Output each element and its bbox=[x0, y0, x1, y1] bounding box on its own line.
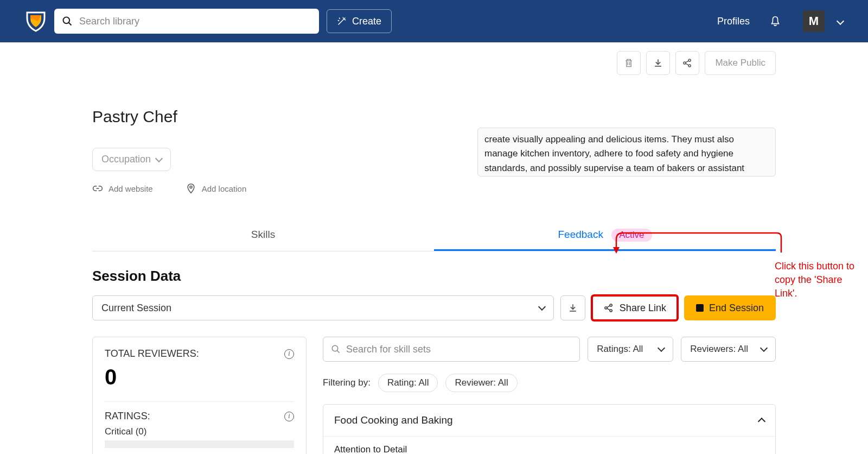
svg-point-7 bbox=[190, 186, 192, 188]
reviewers-filter-label: Reviewers: All bbox=[690, 344, 748, 355]
skillset-group: Food Cooking and Baking Attention to Det… bbox=[323, 404, 776, 454]
download-button[interactable] bbox=[646, 51, 670, 75]
annotation-text: Click this button to copy the 'Share Lin… bbox=[775, 260, 856, 301]
tab-feedback-label: Feedback bbox=[558, 229, 603, 240]
skillset-search-input[interactable] bbox=[346, 344, 572, 355]
share-icon bbox=[682, 58, 693, 68]
svg-point-13 bbox=[332, 345, 338, 351]
link-icon bbox=[92, 183, 103, 194]
chevron-up-icon bbox=[758, 418, 765, 425]
occupation-selector[interactable]: Occupation bbox=[92, 148, 171, 171]
total-reviewers-label: TOTAL REVIEWERS: bbox=[105, 348, 199, 360]
share-link-button[interactable]: Share Link bbox=[592, 295, 678, 320]
svg-line-14 bbox=[337, 350, 340, 353]
download-icon bbox=[567, 302, 578, 313]
reviewers-filter[interactable]: Reviewers: All bbox=[681, 337, 776, 362]
top-nav: Create Profiles M bbox=[0, 0, 868, 42]
svg-line-1 bbox=[69, 23, 72, 26]
active-badge: Active bbox=[611, 229, 652, 242]
add-website-label: Add website bbox=[108, 184, 153, 193]
filtering-by-label: Filtering by: bbox=[323, 377, 371, 388]
svg-line-12 bbox=[607, 308, 610, 310]
chevron-down-icon bbox=[837, 17, 844, 25]
occupation-label: Occupation bbox=[101, 154, 151, 165]
info-icon[interactable]: i bbox=[284, 412, 294, 421]
skillset-search[interactable] bbox=[323, 337, 580, 362]
user-avatar[interactable]: M bbox=[803, 10, 825, 32]
svg-line-11 bbox=[607, 306, 610, 307]
svg-line-6 bbox=[686, 64, 689, 65]
tab-skills[interactable]: Skills bbox=[92, 221, 434, 251]
search-icon bbox=[62, 16, 73, 27]
add-location-button[interactable]: Add location bbox=[186, 183, 247, 194]
ratings-filter[interactable]: Ratings: All bbox=[588, 337, 673, 362]
chevron-down-icon bbox=[760, 344, 768, 352]
make-public-button[interactable]: Make Public bbox=[705, 51, 776, 75]
delete-button[interactable] bbox=[617, 51, 641, 75]
create-label: Create bbox=[352, 16, 381, 27]
share-icon-button[interactable] bbox=[675, 51, 699, 75]
add-website-button[interactable]: Add website bbox=[92, 183, 153, 194]
rating-critical-bar bbox=[105, 440, 294, 448]
trash-icon bbox=[623, 58, 634, 68]
tabs: Skills Feedback Active bbox=[92, 221, 776, 251]
wand-icon bbox=[337, 16, 347, 26]
total-reviewers-value: 0 bbox=[105, 365, 294, 389]
user-menu-toggle[interactable] bbox=[838, 16, 843, 26]
filter-pill-reviewer[interactable]: Reviewer: All bbox=[445, 374, 517, 392]
reviewers-card: TOTAL REVIEWERS: i 0 RATINGS: i Critical… bbox=[92, 337, 307, 454]
filter-pill-rating[interactable]: Rating: All bbox=[378, 374, 438, 392]
skill-item[interactable]: Attention to Detail Avg rating: Not Revi… bbox=[323, 436, 775, 454]
tab-feedback[interactable]: Feedback Active bbox=[434, 221, 776, 251]
location-icon bbox=[186, 183, 196, 194]
stop-icon bbox=[696, 304, 704, 312]
library-search[interactable] bbox=[54, 9, 319, 34]
info-icon[interactable]: i bbox=[284, 349, 294, 359]
library-search-input[interactable] bbox=[79, 16, 311, 27]
page-actions: Make Public bbox=[92, 51, 776, 75]
description-textarea[interactable] bbox=[477, 128, 776, 176]
skill-title: Attention to Detail bbox=[334, 444, 764, 454]
rating-critical-label: Critical (0) bbox=[105, 426, 294, 437]
ratings-filter-label: Ratings: All bbox=[597, 344, 643, 355]
end-session-button[interactable]: End Session bbox=[684, 295, 776, 320]
chevron-down-icon bbox=[538, 303, 546, 311]
share-icon bbox=[603, 302, 614, 313]
brand-logo bbox=[25, 10, 47, 32]
page-title: Pastry Chef bbox=[92, 108, 776, 126]
skillset-title: Food Cooking and Baking bbox=[334, 414, 453, 426]
download-session-button[interactable] bbox=[560, 295, 585, 320]
share-link-label: Share Link bbox=[620, 302, 666, 314]
chevron-down-icon bbox=[658, 344, 665, 352]
add-location-label: Add location bbox=[202, 184, 247, 193]
download-icon bbox=[653, 58, 663, 68]
session-selector-label: Current Session bbox=[101, 302, 171, 314]
profiles-link[interactable]: Profiles bbox=[717, 16, 750, 27]
end-session-label: End Session bbox=[709, 302, 764, 314]
session-data-heading: Session Data bbox=[92, 268, 776, 285]
ratings-label: RATINGS: bbox=[105, 411, 150, 422]
bell-icon bbox=[769, 15, 781, 27]
notifications-button[interactable] bbox=[769, 15, 781, 27]
svg-point-0 bbox=[63, 17, 70, 24]
svg-line-5 bbox=[686, 61, 689, 62]
chevron-down-icon bbox=[155, 154, 163, 162]
session-selector[interactable]: Current Session bbox=[92, 295, 554, 320]
search-icon bbox=[331, 344, 341, 354]
create-button[interactable]: Create bbox=[327, 9, 392, 33]
skillset-toggle[interactable]: Food Cooking and Baking bbox=[323, 405, 775, 436]
